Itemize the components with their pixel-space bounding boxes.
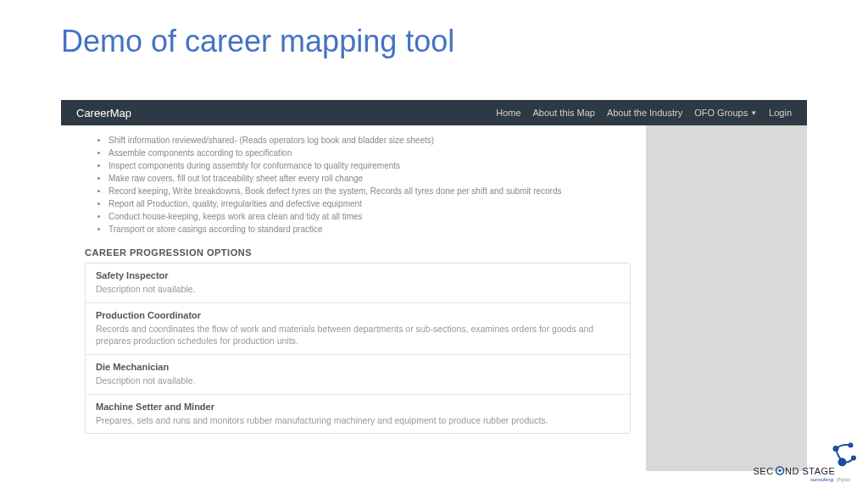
list-item: Assemble components according to specifi… bbox=[108, 147, 631, 159]
card-title: Machine Setter and Minder bbox=[96, 402, 620, 412]
career-card[interactable]: Machine Setter and Minder Prepares, sets… bbox=[86, 395, 630, 434]
list-item: Make raw covers, fill out lot traceabili… bbox=[108, 172, 631, 185]
svg-text:(Pty)Ltd: (Pty)Ltd bbox=[837, 478, 850, 482]
logo: SEC ND STAGE consulting (Pty)Ltd bbox=[751, 435, 861, 483]
app-frame: CareerMap Home About this Map About the … bbox=[61, 100, 807, 471]
list-item: Transport or store casings according to … bbox=[108, 223, 631, 236]
main-column: Shift information reviewed/shared- (Read… bbox=[61, 125, 646, 471]
svg-text:consulting: consulting bbox=[810, 477, 833, 482]
navbar: CareerMap Home About this Map About the … bbox=[61, 100, 807, 125]
list-item: Shift information reviewed/shared- (Read… bbox=[108, 134, 631, 147]
card-title: Production Coordinator bbox=[96, 310, 620, 320]
nav-home[interactable]: Home bbox=[496, 108, 520, 118]
section-heading: CAREER PROGRESSION OPTIONS bbox=[85, 247, 631, 258]
nav-about-map[interactable]: About this Map bbox=[533, 108, 595, 118]
nav-label: About the Industry bbox=[607, 108, 682, 118]
list-item: Report all Production, quality, irregula… bbox=[108, 197, 631, 210]
card-title: Safety Inspector bbox=[96, 270, 620, 280]
career-options-list: Safety Inspector Description not availab… bbox=[85, 263, 631, 434]
bullet-list: Shift information reviewed/shared- (Read… bbox=[85, 134, 631, 236]
card-desc: Description not available. bbox=[96, 283, 620, 296]
content-wrap: Shift information reviewed/shared- (Read… bbox=[61, 125, 807, 471]
nav-about-industry[interactable]: About the Industry bbox=[607, 108, 682, 118]
card-desc: Records and coordinates the flow of work… bbox=[96, 323, 620, 347]
list-item: Conduct house-keeping, keeps work area c… bbox=[108, 210, 631, 223]
chevron-down-icon: ▼ bbox=[750, 109, 757, 117]
svg-text:SEC: SEC bbox=[754, 466, 774, 476]
nav-label: OFO Groups bbox=[694, 108, 748, 118]
career-card[interactable]: Production Coordinator Records and coord… bbox=[86, 303, 630, 355]
career-card[interactable]: Safety Inspector Description not availab… bbox=[86, 263, 630, 303]
svg-point-3 bbox=[838, 458, 847, 467]
logo-icon: SEC ND STAGE consulting (Pty)Ltd bbox=[751, 435, 861, 483]
brand[interactable]: CareerMap bbox=[76, 107, 131, 119]
nav-label: Home bbox=[496, 108, 520, 118]
nav-label: Login bbox=[769, 108, 792, 118]
svg-text:ND STAGE: ND STAGE bbox=[785, 466, 835, 476]
career-card[interactable]: Die Mechanician Description not availabl… bbox=[86, 355, 630, 395]
card-title: Die Mechanician bbox=[96, 362, 620, 372]
slide-title: Demo of career mapping tool bbox=[0, 0, 868, 69]
svg-point-6 bbox=[779, 469, 782, 472]
side-column bbox=[646, 125, 807, 471]
card-desc: Description not available. bbox=[96, 374, 620, 387]
nav-label: About this Map bbox=[533, 108, 595, 118]
list-item: Inspect components during assembly for c… bbox=[108, 159, 631, 172]
list-item: Record keeping, Write breakdowns, Book d… bbox=[108, 185, 631, 197]
nav-login[interactable]: Login bbox=[769, 108, 792, 118]
nav-ofo-groups[interactable]: OFO Groups▼ bbox=[694, 108, 757, 118]
card-desc: Prepares, sets and runs and monitors rub… bbox=[96, 414, 620, 427]
